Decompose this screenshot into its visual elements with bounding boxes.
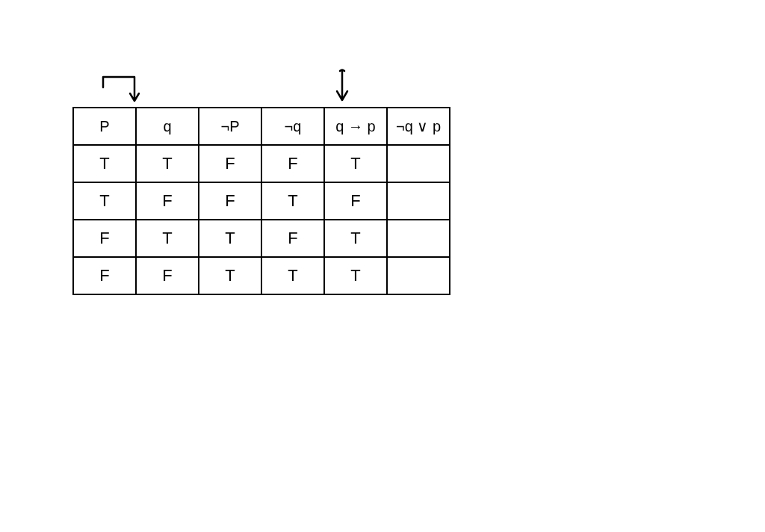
cell: T	[136, 145, 199, 182]
header-not-p: ¬P	[199, 108, 261, 145]
cell: T	[199, 257, 261, 294]
header-q-implies-p: q → p	[324, 108, 387, 145]
table-row: T F F T F	[73, 182, 450, 220]
cell: F	[199, 145, 261, 182]
cell: T	[199, 220, 261, 257]
header-q: q	[136, 108, 199, 145]
cell: F	[199, 182, 261, 220]
cell: T	[261, 182, 324, 220]
header-not-q: ¬q	[261, 108, 324, 145]
table-row: F F T T T	[73, 257, 450, 294]
cell	[387, 182, 450, 220]
table-row: T T F F T	[73, 145, 450, 182]
cell	[387, 220, 450, 257]
arrow-bracket-left	[97, 71, 157, 111]
header-notq-or-p: ¬q ∨ p	[387, 108, 450, 145]
cell: F	[261, 145, 324, 182]
cell: T	[324, 220, 387, 257]
cell: T	[261, 257, 324, 294]
header-p: P	[73, 108, 136, 145]
cell: F	[261, 220, 324, 257]
cell: F	[73, 257, 136, 294]
cell	[387, 257, 450, 294]
cell: F	[136, 182, 199, 220]
table-row: F T T F T	[73, 220, 450, 257]
cell: T	[136, 220, 199, 257]
cell: T	[324, 257, 387, 294]
cell: F	[73, 220, 136, 257]
cell: F	[324, 182, 387, 220]
truth-table: P q ¬P ¬q q → p ¬q ∨ p T T F F T T F F T…	[72, 107, 450, 295]
cell: T	[73, 145, 136, 182]
arrow-down-right	[331, 67, 353, 111]
cell	[387, 145, 450, 182]
table-header-row: P q ¬P ¬q q → p ¬q ∨ p	[73, 108, 450, 145]
cell: T	[73, 182, 136, 220]
cell: F	[136, 257, 199, 294]
cell: T	[324, 145, 387, 182]
